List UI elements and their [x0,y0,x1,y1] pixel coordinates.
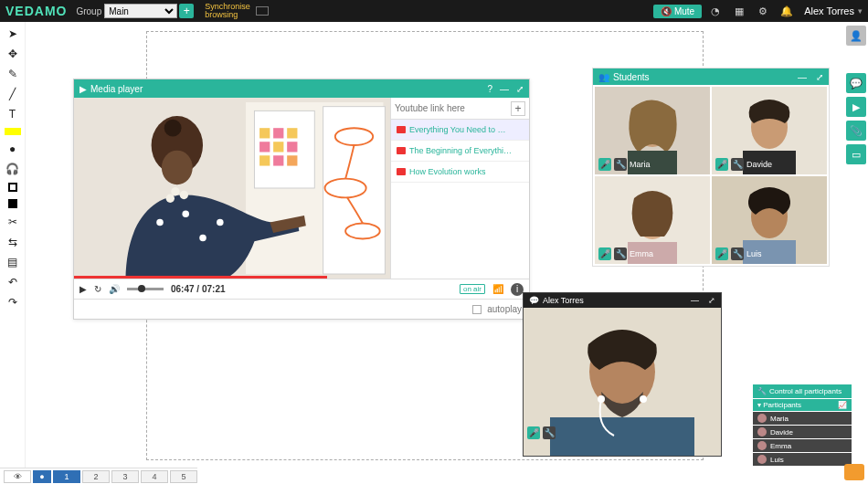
volume-slider[interactable] [127,288,164,290]
play-button[interactable]: ▶ [79,284,87,294]
clock-icon[interactable]: ◔ [705,1,725,21]
svg-point-19 [156,219,164,226]
expand-icon[interactable]: ⤢ [516,84,524,94]
grid-tool[interactable]: ▤ [6,256,19,268]
pointer-tool[interactable]: ➤ [6,27,19,40]
highlight-tool[interactable] [5,128,21,135]
student-name: Emma [630,249,653,258]
group-selector[interactable]: Group Main + [76,4,194,18]
settings-icon[interactable]: 🔧 [731,247,744,260]
chat-bubble-button[interactable] [844,464,864,480]
sync-check-icon[interactable] [256,6,269,16]
student-cam[interactable]: 🎤🔧Luis [712,176,827,264]
replay-button[interactable]: ↻ [94,284,101,294]
mute-button[interactable]: 🔇 Mute [653,5,702,18]
current-user-name[interactable]: Alex Torres [804,5,854,16]
autoplay-checkbox[interactable] [472,305,482,314]
mic-icon[interactable]: 🎤 [527,426,540,439]
participant-row[interactable]: Maria [753,412,852,425]
chat-rail-icon[interactable]: 💬 [846,73,866,93]
page-tab[interactable]: 5 [170,470,197,483]
page-tab[interactable]: 4 [141,470,168,483]
pen-tool[interactable]: ✎ [6,68,19,80]
link-tool[interactable]: ✂ [6,216,19,228]
user-menu-chevron[interactable]: ▾ [858,6,863,16]
media-player-title: Media player [90,84,143,94]
student-cam[interactable]: 🎤🔧Emma [595,176,710,264]
settings-icon[interactable]: 🔧 [614,247,627,260]
page-tab[interactable]: 2 [82,470,110,483]
bell-icon[interactable]: 🔔 [777,1,797,21]
participant-row[interactable]: Davide [753,426,852,438]
sync-browsing-toggle[interactable]: Synchronise browsing [205,3,250,19]
participants-title: Participants [763,401,801,409]
gear-icon[interactable]: ⚙ [753,1,773,21]
info-icon[interactable]: i [511,283,524,296]
minimize-icon[interactable]: — [500,84,509,94]
stroke-color[interactable] [8,183,17,192]
students-icon: 👥 [598,72,609,82]
youtube-link-input[interactable] [395,103,511,113]
svg-point-17 [164,120,182,137]
add-link-button[interactable]: + [511,101,525,116]
teacher-titlebar[interactable]: 💬 Alex Torres — ⤢ [524,293,721,308]
current-page-indicator[interactable]: ● [33,470,51,483]
youtube-icon [397,126,406,133]
svg-rect-39 [550,417,694,456]
playlist-item[interactable]: How Evolution works [391,162,529,183]
video-progress-bar[interactable] [74,276,327,279]
attach-rail-icon[interactable]: 📎 [846,121,866,141]
stats-icon[interactable]: 📈 [838,401,847,409]
minimize-icon[interactable]: — [798,72,807,82]
students-titlebar[interactable]: 👥 Students — ⤢ [593,68,829,85]
volume-icon[interactable]: 🔊 [109,284,120,294]
headphones-tool[interactable]: 🎧 [6,163,19,175]
settings-icon[interactable]: 🔧 [731,158,744,171]
settings-icon[interactable]: 🔧 [614,158,627,171]
redo-button[interactable]: ↷ [6,296,19,309]
participant-row[interactable]: Emma [753,439,852,452]
play-icon: ▶ [79,84,87,94]
teacher-video[interactable]: 🎤 🔧 [524,308,721,456]
mic-icon[interactable]: 🎤 [715,247,728,260]
add-group-button[interactable]: + [179,4,194,18]
ellipse-tool[interactable]: ● [6,142,19,155]
student-cam[interactable]: 🎤🔧Maria [595,87,710,174]
settings-icon[interactable]: 🔧 [543,426,556,439]
visibility-tab[interactable]: 👁 [4,470,31,483]
media-player-window[interactable]: ▶ Media player ? — ⤢ [73,79,530,320]
connector-tool[interactable]: ⇆ [6,236,19,248]
mic-icon[interactable]: 🎤 [715,158,728,171]
video-area[interactable] [74,98,390,279]
student-cam[interactable]: 🎤🔧Davide [712,87,827,174]
text-tool[interactable]: T [6,108,19,121]
expand-icon[interactable]: ⤢ [708,296,715,305]
participants-panel[interactable]: 🔧Control all participants ▾ Participants… [753,384,852,466]
participants-header[interactable]: ▾ Participants 📈 [753,399,852,411]
layout-icon[interactable]: ▦ [729,1,749,21]
mic-icon[interactable]: 🎤 [598,158,611,171]
help-icon[interactable]: ? [487,84,492,94]
line-tool[interactable]: ╱ [6,88,19,100]
mic-icon[interactable]: 🎤 [598,247,611,260]
teacher-window[interactable]: 💬 Alex Torres — ⤢ 🎤 🔧 [523,292,722,457]
time-current: 06:47 [171,284,195,294]
minimize-icon[interactable]: — [691,296,699,305]
page-tab[interactable]: 1 [53,470,80,483]
undo-button[interactable]: ↶ [6,276,19,289]
fill-color[interactable] [8,199,17,208]
notes-rail-icon[interactable]: ▭ [846,144,866,164]
play-rail-icon[interactable]: ▶ [846,97,866,117]
students-window[interactable]: 👥 Students — ⤢ 🎤🔧Maria 🎤🔧Davide 🎤🔧Emma 🎤… [592,68,830,267]
participant-row[interactable]: Luis [753,453,852,466]
expand-icon[interactable]: ⤢ [816,72,823,82]
participants-rail-icon[interactable]: 👤 [846,26,866,46]
group-select[interactable]: Main [104,4,177,18]
playlist-item[interactable]: Everything You Need to … [391,120,529,141]
playlist-item[interactable]: The Beginning of Everythi… [391,141,529,162]
media-player-titlebar[interactable]: ▶ Media player ? — ⤢ [74,79,529,98]
page-tab[interactable]: 3 [111,470,139,483]
broadcast-icon[interactable]: 📶 [492,284,503,294]
pan-tool[interactable]: ✥ [6,47,19,60]
control-all-button[interactable]: 🔧Control all participants [753,384,852,398]
